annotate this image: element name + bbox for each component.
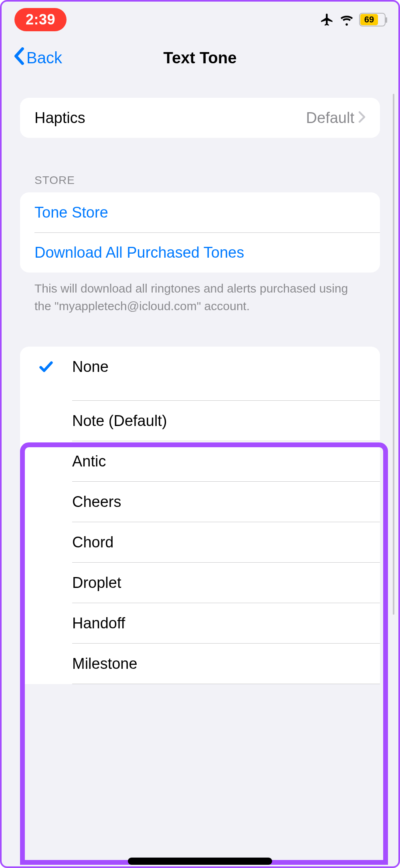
- store-footer: This will download all ringtones and ale…: [20, 273, 380, 315]
- back-label: Back: [26, 49, 62, 67]
- wifi-icon: [340, 13, 354, 26]
- content: Haptics Default STORE Tone Store Downloa…: [2, 78, 398, 684]
- store-group: Tone Store Download All Purchased Tones: [20, 192, 380, 273]
- scroll-indicator: [393, 94, 394, 615]
- chevron-right-icon: [358, 109, 366, 127]
- tone-cell[interactable]: Milestone: [20, 644, 380, 684]
- haptics-value: Default: [306, 109, 354, 127]
- tone-label: Cheers: [72, 493, 380, 511]
- tone-cell[interactable]: Note (Default): [20, 401, 380, 441]
- tone-label: Handoff: [72, 615, 380, 632]
- tone-label: Note (Default): [72, 412, 380, 430]
- back-button[interactable]: Back: [14, 47, 62, 69]
- tone-cell[interactable]: Droplet: [20, 563, 380, 603]
- status-bar: 2:39 69: [2, 2, 398, 38]
- tone-label: Antic: [72, 453, 380, 470]
- tone-none-label: None: [72, 358, 380, 375]
- tone-cell[interactable]: Chord: [20, 522, 380, 562]
- tones-group: None Note (Default)AnticCheersChordDropl…: [20, 347, 380, 684]
- download-all-label: Download All Purchased Tones: [34, 244, 244, 261]
- tone-none-cell[interactable]: None: [20, 347, 380, 387]
- tone-store-cell[interactable]: Tone Store: [20, 192, 380, 232]
- chevron-left-icon: [14, 47, 25, 69]
- haptics-cell[interactable]: Haptics Default: [20, 98, 380, 138]
- tones-list: Note (Default)AnticCheersChordDropletHan…: [20, 400, 380, 684]
- airplane-mode-icon: [320, 12, 334, 27]
- tone-cell[interactable]: Cheers: [20, 482, 380, 522]
- tone-label: Droplet: [72, 574, 380, 591]
- status-time: 2:39: [14, 8, 67, 31]
- tone-store-label: Tone Store: [34, 204, 108, 221]
- home-indicator: [128, 858, 272, 865]
- tone-cell[interactable]: Antic: [20, 441, 380, 481]
- tone-label: Milestone: [72, 655, 380, 672]
- store-header: STORE: [20, 138, 380, 192]
- haptics-group: Haptics Default: [20, 98, 380, 138]
- nav-bar: Back Text Tone: [2, 38, 398, 78]
- tone-label: Chord: [72, 534, 380, 551]
- download-all-cell[interactable]: Download All Purchased Tones: [20, 232, 380, 273]
- status-icons: 69: [320, 12, 386, 27]
- tone-cell[interactable]: Handoff: [20, 603, 380, 643]
- device-frame: 2:39 69 Back Text Tone Haptic: [0, 0, 400, 868]
- battery-level: 69: [360, 14, 378, 25]
- haptics-label: Haptics: [34, 109, 85, 127]
- battery-icon: 69: [359, 13, 386, 26]
- checkmark-icon: [20, 359, 72, 375]
